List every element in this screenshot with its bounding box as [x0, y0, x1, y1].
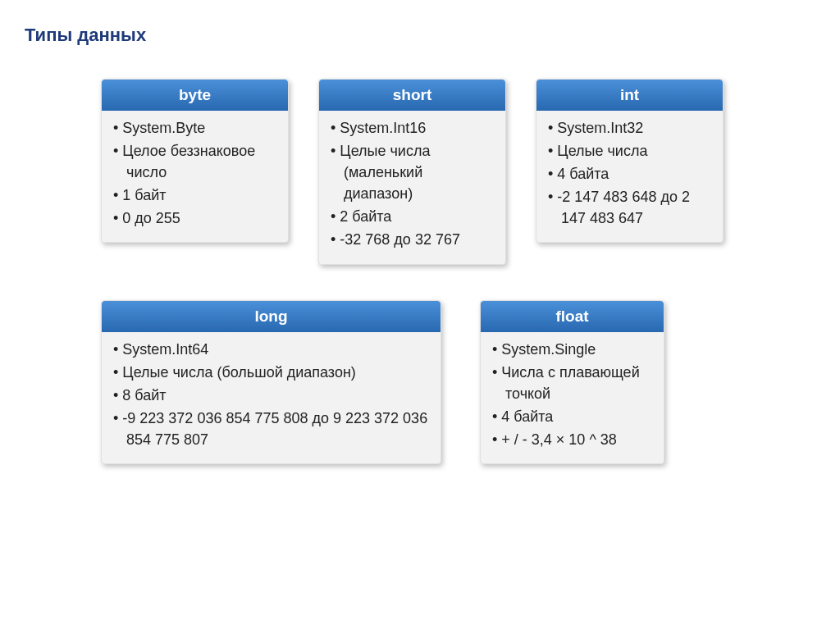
card-float: float System.Single Числа с плавающей то… — [480, 300, 664, 464]
card-byte-item: System.Byte — [113, 117, 276, 139]
card-long-item: Целые числа (большой диапазон) — [113, 362, 429, 383]
card-byte-item: Целое беззнаковое число — [113, 140, 276, 183]
card-float-item: Числа с плавающей точкой — [492, 362, 652, 404]
card-int-body: System.Int32 Целые числа 4 байта -2 147 … — [536, 111, 723, 242]
card-short-item: System.Int16 — [331, 117, 494, 139]
card-float-item: + / - 3,4 × 10 ^ 38 — [492, 429, 652, 450]
page-title: Типы данных — [25, 25, 815, 46]
card-int-item: Целые числа — [548, 140, 711, 162]
card-short-item: 2 байта — [331, 206, 494, 227]
card-float-item: System.Single — [492, 339, 652, 360]
card-short-item: Целые числа (маленький диапазон) — [331, 140, 494, 204]
card-short-body: System.Int16 Целые числа (маленький диап… — [319, 111, 505, 264]
card-int-item: 4 байта — [548, 163, 711, 185]
card-byte-body: System.Byte Целое беззнаковое число 1 ба… — [102, 111, 288, 242]
card-byte-item: 0 до 255 — [113, 207, 276, 229]
card-short: short System.Int16 Целые числа (маленьки… — [318, 79, 506, 265]
card-long-item: System.Int64 — [113, 339, 429, 360]
card-int-item: -2 147 483 648 до 2 147 483 647 — [548, 186, 711, 229]
card-long-item: 8 байт — [113, 385, 429, 406]
card-long: long System.Int64 Целые числа (большой д… — [101, 300, 441, 464]
card-short-header: short — [319, 80, 505, 111]
card-float-header: float — [481, 301, 664, 332]
card-byte-item: 1 байт — [113, 185, 276, 206]
card-float-body: System.Single Числа с плавающей точкой 4… — [481, 332, 664, 463]
card-float-item: 4 байта — [492, 406, 652, 427]
card-int: int System.Int32 Целые числа 4 байта -2 … — [536, 79, 724, 243]
card-int-item: System.Int32 — [548, 117, 711, 139]
card-long-header: long — [102, 301, 441, 332]
card-long-item: -9 223 372 036 854 775 808 до 9 223 372 … — [113, 408, 429, 450]
card-byte-header: byte — [102, 80, 288, 111]
card-short-item: -32 768 до 32 767 — [331, 229, 494, 250]
card-byte: byte System.Byte Целое беззнаковое число… — [101, 79, 289, 243]
card-long-body: System.Int64 Целые числа (большой диапаз… — [102, 332, 441, 463]
card-int-header: int — [536, 80, 723, 111]
